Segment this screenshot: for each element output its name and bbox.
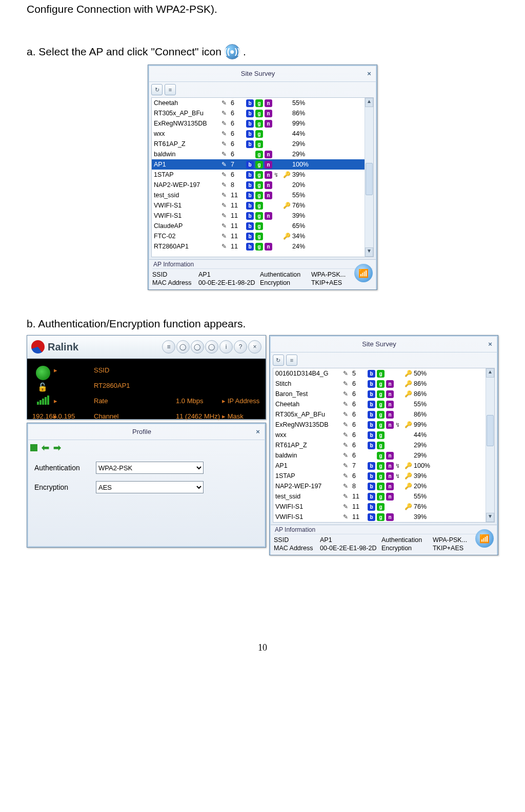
close-icon[interactable]: ×	[486, 340, 495, 348]
ap-signal: 55%	[292, 192, 371, 199]
ap-row[interactable]: wxx✎6bg44%	[152, 129, 373, 139]
scroll-down-icon[interactable]: ▼	[365, 247, 373, 257]
ap-row[interactable]: RT305x_AP_BFu✎6bgn86%	[152, 108, 373, 118]
refresh-button[interactable]: ↻	[151, 84, 163, 95]
mac-value: 00-0E-2E-E1-98-2D	[320, 545, 381, 552]
ap-ssid: test_ssid	[154, 192, 220, 199]
mode-g-icon: g	[377, 380, 385, 388]
ap-signal: 39%	[292, 171, 371, 178]
toolbar-button-4[interactable]: ◯	[205, 340, 218, 353]
ap-row[interactable]: RT61AP_Z✎6bg29%	[152, 139, 373, 149]
mode-b-icon: b	[246, 222, 254, 230]
list-view-button[interactable]: ≡	[286, 355, 297, 366]
encryption-select[interactable]: AES	[96, 481, 204, 493]
ap-signal: 86%	[414, 380, 492, 387]
ralink-swirl-icon	[31, 340, 45, 353]
ap-info-title: AP Information	[152, 260, 373, 269]
ap-row[interactable]: ExRegNW3135DB✎6bgn99%	[152, 118, 373, 129]
enc-value: TKIP+AES	[433, 545, 471, 552]
ap-signal: 24%	[292, 243, 371, 250]
ap-row[interactable]: RT305x_AP_BFu✎6bgn86%	[273, 409, 494, 420]
ap-channel: 6	[231, 171, 246, 178]
arrow-icon: ▸	[54, 366, 94, 374]
toolbar-button-1[interactable]: ≡	[162, 340, 175, 353]
next-icon[interactable]: ➡	[53, 442, 61, 453]
ap-row[interactable]: FTC-02✎11bg🔑34%	[152, 231, 373, 241]
ap-row[interactable]: 1STAP✎6bgn↯🔑39%	[152, 170, 373, 180]
ap-row[interactable]: Cheetah✎6bgn55%	[273, 399, 494, 409]
refresh-button[interactable]: ↻	[273, 355, 284, 366]
ap-row[interactable]: 001601D314B4_G✎5bg🔑50%	[273, 368, 494, 379]
ap-signal: 86%	[414, 411, 492, 418]
toolbar-button-info[interactable]: i	[219, 340, 233, 353]
ap-row[interactable]: wxx✎6bg44%	[273, 430, 494, 440]
ap-row[interactable]: baldwin✎6gn29%	[152, 149, 373, 159]
mac-label: MAC Address	[274, 545, 320, 552]
pencil-icon: ✎	[342, 513, 349, 520]
ap-row[interactable]: AP1✎7bgn100%	[152, 159, 373, 170]
scrollbar[interactable]: ▲ ▼	[486, 368, 494, 522]
stop-icon[interactable]	[30, 444, 37, 451]
mode-n-icon: n	[265, 161, 272, 169]
ap-channel: 6	[231, 99, 246, 107]
list-view-button[interactable]: ≡	[165, 84, 176, 95]
scrollbar[interactable]: ▲ ▼	[365, 98, 373, 257]
ap-row[interactable]: NAP2-WEP-197✎8bgn20%	[152, 180, 373, 190]
ap-row[interactable]: ExRegNW3135DB✎6bgn↯🔑99%	[273, 420, 494, 430]
mode-g-icon: g	[255, 233, 263, 240]
ap-row[interactable]: Baron_Test✎6bgn🔑86%	[273, 389, 494, 399]
ap-row[interactable]: Stitch✎6bgn🔑86%	[273, 379, 494, 389]
ap-list[interactable]: 001601D314B4_G✎5bg🔑50%Stitch✎6bgn🔑86%Bar…	[273, 368, 495, 523]
mode-g-icon: g	[255, 202, 263, 210]
ap-signal: 86%	[414, 390, 492, 398]
ap-row[interactable]: VWIFI-S1✎11bg🔑76%	[273, 502, 494, 512]
enc-label: Encryption	[381, 545, 433, 552]
ap-row[interactable]: RT2860AP1✎11bgn24%	[152, 241, 373, 252]
ap-row[interactable]: Cheetah✎6bgn55%	[152, 98, 373, 108]
ap-channel: 6	[231, 130, 246, 137]
ap-signal: 29%	[292, 140, 371, 148]
toolbar-button-2[interactable]: ◯	[176, 340, 190, 353]
ap-channel: 11	[352, 493, 368, 500]
pencil-icon: ✎	[220, 181, 228, 189]
mode-n-icon: n	[386, 493, 394, 501]
ap-row[interactable]: VWIFI-S1✎11bgn39%	[152, 211, 373, 221]
close-icon[interactable]: ×	[365, 70, 374, 77]
prev-icon[interactable]: ⬅	[42, 442, 49, 453]
ap-ssid: VWIFI-S1	[154, 212, 220, 219]
toolbar-button-3[interactable]: ◯	[191, 340, 204, 353]
mode-b-icon: b	[368, 493, 375, 501]
ap-row[interactable]: ClaudeAP✎11bg65%	[152, 221, 373, 231]
pencil-icon: ✎	[342, 390, 349, 398]
ap-row[interactable]: VWIFI-S1✎11bgn39%	[273, 512, 494, 522]
ap-list[interactable]: Cheetah✎6bgn55%RT305x_AP_BFu✎6bgn86%ExRe…	[151, 97, 374, 257]
authentication-select[interactable]: WPA2-PSK	[96, 462, 204, 474]
ap-row[interactable]: RT61AP_Z✎6bg29%	[273, 440, 494, 450]
mode-n-icon: n	[386, 452, 394, 460]
mode-n-icon: n	[386, 421, 394, 429]
ap-row[interactable]: test_ssid✎11bgn55%	[152, 190, 373, 200]
ap-signal: 20%	[292, 181, 371, 189]
ap-row[interactable]: test_ssid✎11bgn55%	[273, 491, 494, 502]
ap-row[interactable]: VWIFI-S1✎11bg🔑76%	[152, 200, 373, 211]
pencil-icon: ✎	[220, 192, 228, 199]
toolbar-button-close[interactable]: ×	[248, 340, 261, 353]
ralink-brand: Ralink	[48, 341, 78, 353]
mode-b-icon: b	[368, 442, 375, 449]
ap-row[interactable]: AP1✎7bgn↯🔑100%	[273, 461, 494, 471]
ap-channel: 6	[352, 411, 368, 418]
ip-label: ▸ IP Address	[222, 397, 260, 405]
ap-row[interactable]: 1STAP✎6bgn↯🔑39%	[273, 471, 494, 481]
scroll-down-icon[interactable]: ▼	[486, 513, 494, 522]
toolbar-button-help[interactable]: ?	[234, 340, 247, 353]
mode-b-icon: b	[368, 431, 375, 439]
close-icon[interactable]: ×	[253, 428, 262, 435]
ap-signal: 65%	[292, 222, 371, 230]
mode-g-icon: g	[255, 130, 263, 138]
ap-row[interactable]: baldwin✎6gn29%	[273, 450, 494, 461]
ap-row[interactable]: NAP2-WEP-197✎8bgn🔑20%	[273, 481, 494, 491]
ap-channel: 6	[352, 431, 368, 439]
ap-ssid: RT2860AP1	[154, 243, 220, 250]
ap-channel: 6	[352, 442, 368, 449]
pencil-icon: ✎	[220, 233, 228, 240]
